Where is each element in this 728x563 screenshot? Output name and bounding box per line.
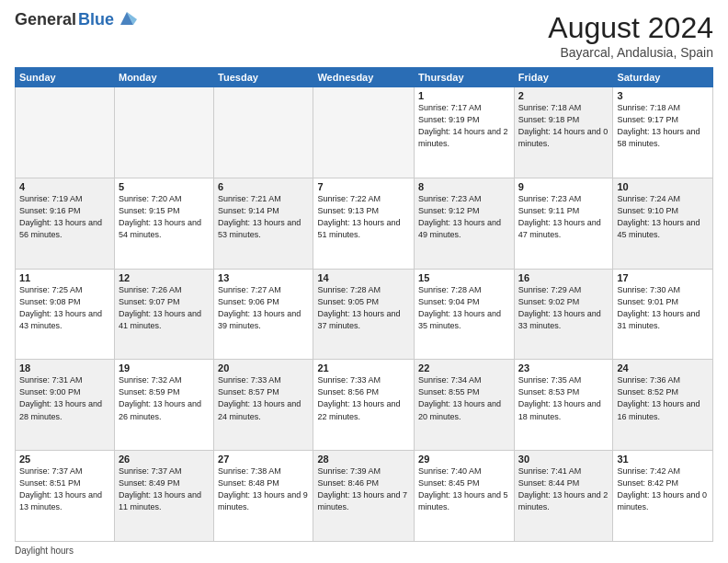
day-info: Sunrise: 7:42 AMSunset: 8:42 PMDaylight:… [617,465,709,513]
day-cell: 4Sunrise: 7:19 AMSunset: 9:16 PMDaylight… [16,178,115,269]
day-number: 16 [518,272,609,283]
calendar: Sunday Monday Tuesday Wednesday Thursday… [15,67,713,556]
day-info: Sunrise: 7:27 AMSunset: 9:06 PMDaylight:… [218,284,309,332]
day-number: 31 [617,454,709,465]
day-number: 25 [19,454,110,465]
day-info: Sunrise: 7:23 AMSunset: 9:11 PMDaylight:… [518,193,609,241]
day-cell: 26Sunrise: 7:37 AMSunset: 8:49 PMDayligh… [114,451,213,542]
day-info: Sunrise: 7:30 AMSunset: 9:01 PMDaylight:… [617,284,709,332]
day-info: Sunrise: 7:28 AMSunset: 9:04 PMDaylight:… [418,284,510,332]
col-wednesday: Wednesday [313,68,415,87]
week-row-2: 4Sunrise: 7:19 AMSunset: 9:16 PMDaylight… [16,178,713,269]
day-info: Sunrise: 7:34 AMSunset: 8:55 PMDaylight:… [418,374,510,422]
day-info: Sunrise: 7:37 AMSunset: 8:51 PMDaylight:… [19,465,110,513]
day-cell: 12Sunrise: 7:26 AMSunset: 9:07 PMDayligh… [114,269,213,360]
day-cell: 11Sunrise: 7:25 AMSunset: 9:08 PMDayligh… [16,269,115,360]
day-cell: 13Sunrise: 7:27 AMSunset: 9:06 PMDayligh… [214,269,313,360]
week-row-5: 25Sunrise: 7:37 AMSunset: 8:51 PMDayligh… [16,451,713,542]
day-number: 28 [317,454,410,465]
day-info: Sunrise: 7:19 AMSunset: 9:16 PMDaylight:… [19,193,110,241]
day-cell: 24Sunrise: 7:36 AMSunset: 8:52 PMDayligh… [613,360,713,451]
day-info: Sunrise: 7:17 AMSunset: 9:19 PMDaylight:… [418,102,510,150]
day-cell: 3Sunrise: 7:18 AMSunset: 9:17 PMDaylight… [613,87,713,178]
day-number: 14 [317,272,410,283]
week-row-4: 18Sunrise: 7:31 AMSunset: 9:00 PMDayligh… [16,360,713,451]
day-info: Sunrise: 7:21 AMSunset: 9:14 PMDaylight:… [218,193,309,241]
logo-icon [117,8,137,29]
day-info: Sunrise: 7:18 AMSunset: 9:17 PMDaylight:… [617,102,709,150]
day-info: Sunrise: 7:32 AMSunset: 8:59 PMDaylight:… [119,374,210,422]
day-number: 10 [617,181,709,192]
header-row: Sunday Monday Tuesday Wednesday Thursday… [16,68,713,87]
day-cell: 25Sunrise: 7:37 AMSunset: 8:51 PMDayligh… [16,451,115,542]
day-number: 26 [119,454,210,465]
day-cell: 17Sunrise: 7:30 AMSunset: 9:01 PMDayligh… [613,269,713,360]
week-row-3: 11Sunrise: 7:25 AMSunset: 9:08 PMDayligh… [16,269,713,360]
day-number: 19 [119,362,210,373]
main-title: August 2024 [548,11,713,45]
day-cell: 5Sunrise: 7:20 AMSunset: 9:15 PMDaylight… [114,178,213,269]
day-number: 13 [218,272,309,283]
day-info: Sunrise: 7:33 AMSunset: 8:57 PMDaylight:… [218,374,309,422]
day-cell: 10Sunrise: 7:24 AMSunset: 9:10 PMDayligh… [613,178,713,269]
day-info: Sunrise: 7:37 AMSunset: 8:49 PMDaylight:… [119,465,210,513]
day-cell: 29Sunrise: 7:40 AMSunset: 8:45 PMDayligh… [415,451,515,542]
day-cell: 15Sunrise: 7:28 AMSunset: 9:04 PMDayligh… [415,269,515,360]
day-number: 24 [617,362,709,373]
day-cell: 31Sunrise: 7:42 AMSunset: 8:42 PMDayligh… [613,451,713,542]
subtitle: Bayarcal, Andalusia, Spain [548,45,713,60]
day-number: 1 [418,90,510,101]
day-info: Sunrise: 7:31 AMSunset: 9:00 PMDaylight:… [19,374,110,422]
day-number: 20 [218,362,309,373]
day-info: Sunrise: 7:26 AMSunset: 9:07 PMDaylight:… [119,284,210,332]
day-number: 9 [518,181,609,192]
day-cell: 22Sunrise: 7:34 AMSunset: 8:55 PMDayligh… [415,360,515,451]
day-info: Sunrise: 7:22 AMSunset: 9:13 PMDaylight:… [317,193,410,241]
day-cell [214,87,313,178]
day-info: Sunrise: 7:35 AMSunset: 8:53 PMDaylight:… [518,374,609,422]
day-cell: 8Sunrise: 7:23 AMSunset: 9:12 PMDaylight… [415,178,515,269]
day-number: 21 [317,362,410,373]
header: GeneralBlue August 2024 Bayarcal, Andalu… [15,11,713,60]
col-friday: Friday [514,68,613,87]
day-cell [313,87,415,178]
day-cell: 23Sunrise: 7:35 AMSunset: 8:53 PMDayligh… [514,360,613,451]
day-info: Sunrise: 7:40 AMSunset: 8:45 PMDaylight:… [418,465,510,513]
day-number: 8 [418,181,510,192]
day-number: 7 [317,181,410,192]
day-cell: 30Sunrise: 7:41 AMSunset: 8:44 PMDayligh… [514,451,613,542]
day-cell: 18Sunrise: 7:31 AMSunset: 9:00 PMDayligh… [16,360,115,451]
day-number: 17 [617,272,709,283]
day-cell: 7Sunrise: 7:22 AMSunset: 9:13 PMDaylight… [313,178,415,269]
day-cell: 1Sunrise: 7:17 AMSunset: 9:19 PMDaylight… [415,87,515,178]
day-number: 5 [119,181,210,192]
day-number: 3 [617,90,709,101]
day-number: 2 [518,90,609,101]
day-number: 6 [218,181,309,192]
col-saturday: Saturday [613,68,713,87]
day-number: 15 [418,272,510,283]
day-info: Sunrise: 7:39 AMSunset: 8:46 PMDaylight:… [317,465,410,513]
day-info: Sunrise: 7:18 AMSunset: 9:18 PMDaylight:… [518,102,609,150]
day-info: Sunrise: 7:20 AMSunset: 9:15 PMDaylight:… [119,193,210,241]
day-cell: 2Sunrise: 7:18 AMSunset: 9:18 PMDaylight… [514,87,613,178]
day-cell: 19Sunrise: 7:32 AMSunset: 8:59 PMDayligh… [114,360,213,451]
day-number: 12 [119,272,210,283]
col-sunday: Sunday [16,68,115,87]
day-cell: 20Sunrise: 7:33 AMSunset: 8:57 PMDayligh… [214,360,313,451]
day-cell: 27Sunrise: 7:38 AMSunset: 8:48 PMDayligh… [214,451,313,542]
day-number: 30 [518,454,609,465]
footer-note: Daylight hours [15,546,713,556]
col-monday: Monday [114,68,213,87]
day-info: Sunrise: 7:41 AMSunset: 8:44 PMDaylight:… [518,465,609,513]
day-number: 11 [19,272,110,283]
day-info: Sunrise: 7:24 AMSunset: 9:10 PMDaylight:… [617,193,709,241]
day-info: Sunrise: 7:36 AMSunset: 8:52 PMDaylight:… [617,374,709,422]
day-cell: 21Sunrise: 7:33 AMSunset: 8:56 PMDayligh… [313,360,415,451]
day-cell: 6Sunrise: 7:21 AMSunset: 9:14 PMDaylight… [214,178,313,269]
col-thursday: Thursday [415,68,515,87]
day-number: 29 [418,454,510,465]
day-number: 22 [418,362,510,373]
day-number: 18 [19,362,110,373]
day-info: Sunrise: 7:33 AMSunset: 8:56 PMDaylight:… [317,374,410,422]
